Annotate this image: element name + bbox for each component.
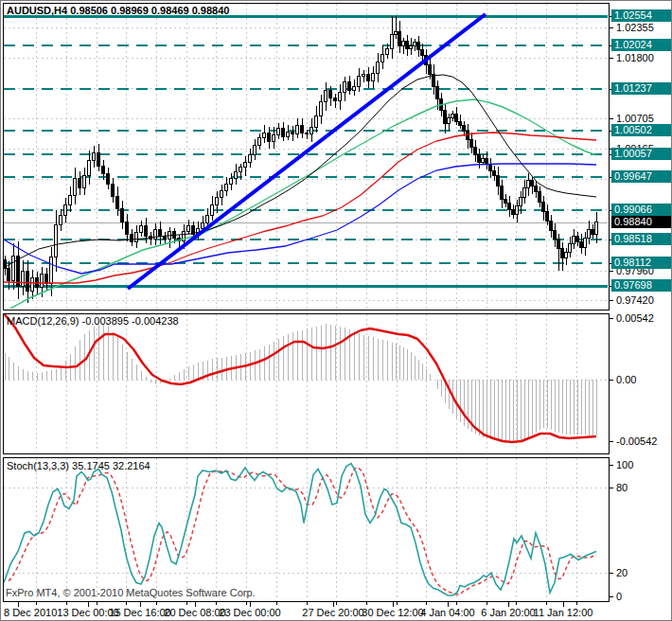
time-axis-label[interactable]: 11 Jan 12:00 xyxy=(534,607,593,618)
stoch-scale-label: 0 xyxy=(616,591,622,602)
chart-canvas[interactable] xyxy=(1,1,672,621)
time-axis-label[interactable]: 30 Dec 12:00 xyxy=(362,607,423,618)
candlestick-series[interactable] xyxy=(4,16,598,303)
macd-scale-label: 0.00542 xyxy=(616,312,654,324)
chart-header-ohlc: AUDUSD,H4 0.98506 0.98969 0.98469 0.9884… xyxy=(7,5,229,16)
stoch-scale-label: 80 xyxy=(616,482,628,493)
price-level-badge: 1.01237 xyxy=(611,82,672,95)
time-axis-label[interactable]: 15 Dec 16:00 xyxy=(109,607,170,618)
price-level-badge: 1.02024 xyxy=(611,39,672,51)
time-axis-label[interactable]: 6 Jan 20:00 xyxy=(481,607,536,618)
time-axis-label[interactable]: 4 Jan 04:00 xyxy=(420,607,475,618)
price-level-badge: 0.98518 xyxy=(611,233,672,245)
stoch-name: Stoch(13,3,3) xyxy=(7,460,69,471)
price-level-badge: 0.99066 xyxy=(611,204,672,216)
time-axis-label[interactable]: 23 Dec 00:00 xyxy=(219,607,280,618)
price-scale-label: 1.00705 xyxy=(616,113,654,124)
axis-ticks xyxy=(18,16,613,607)
macd-name: MACD(12,26,9) xyxy=(7,315,79,327)
stochastic-indicator[interactable] xyxy=(4,464,596,596)
price-level-badge: 1.00502 xyxy=(611,124,672,136)
time-axis-label[interactable]: 20 Dec 08:00 xyxy=(164,607,225,618)
mt4-chart-window: AUDUSD,H4 0.98506 0.98969 0.98469 0.9884… xyxy=(0,0,672,621)
trend-line[interactable] xyxy=(128,14,486,289)
platform-branding: FxPro MT4, © 2001-2010 MetaQuotes Softwa… xyxy=(6,587,256,598)
ma-black-line xyxy=(4,75,596,268)
time-axis-label[interactable]: 8 Dec 2010 xyxy=(4,607,57,618)
price-level-badge: 0.98112 xyxy=(611,257,672,269)
price-scale-label: 1.01800 xyxy=(616,52,654,63)
macd-indicator[interactable] xyxy=(4,313,596,443)
price-level-badge: 1.02554 xyxy=(611,9,672,22)
macd-scale-label: 0.00 xyxy=(616,374,636,385)
stoch-k-line xyxy=(4,464,596,596)
macd-signal-line xyxy=(4,313,596,442)
stoch-scale-label: 100 xyxy=(616,459,633,470)
stoch-indicator-label: Stoch(13,3,3) 35.1745 32.2164 xyxy=(7,460,150,471)
price-level-badge: 1.00057 xyxy=(611,148,672,160)
price-level-badge: 0.97698 xyxy=(611,279,672,292)
stoch-scale-label: 20 xyxy=(616,567,628,578)
price-scale-label: 0.97420 xyxy=(616,294,654,306)
macd-values: -0.003895 -0.004238 xyxy=(81,315,178,327)
macd-scale-label: -0.00542 xyxy=(616,435,657,447)
price-scale-label: 1.02355 xyxy=(616,22,654,33)
current-price-badge: 0.98840 xyxy=(611,216,672,228)
price-level-badge: 0.99647 xyxy=(611,170,672,183)
stoch-values: 35.1745 32.2164 xyxy=(72,460,150,471)
macd-indicator-label: MACD(12,26,9) -0.003895 -0.004238 xyxy=(7,315,179,327)
moving-averages xyxy=(4,75,596,310)
time-axis-label[interactable]: 27 Dec 20:00 xyxy=(302,607,363,618)
